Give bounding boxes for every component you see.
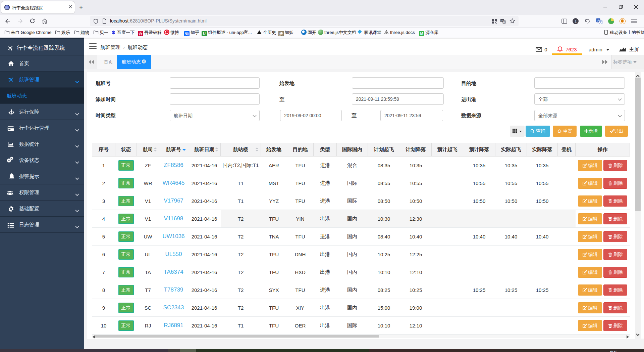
svg-text:文: 文	[599, 21, 602, 24]
svg-text:文: 文	[503, 20, 505, 23]
